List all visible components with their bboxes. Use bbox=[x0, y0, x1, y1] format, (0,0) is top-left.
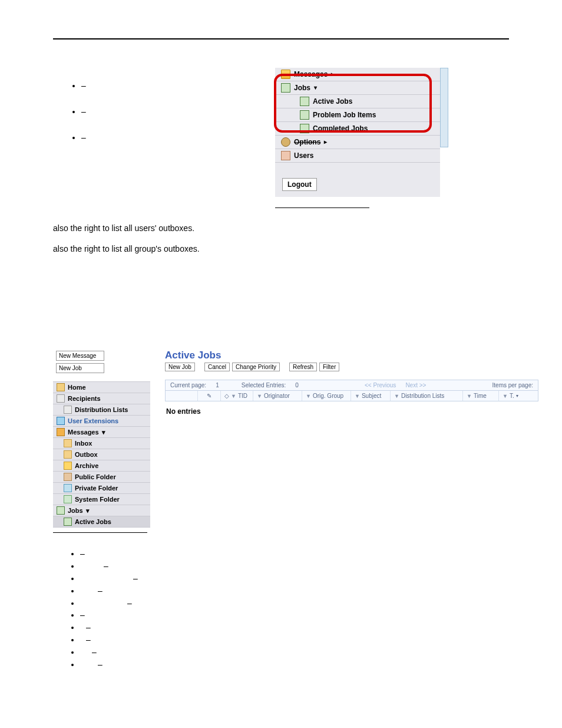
tree-completed-jobs[interactable]: Completed Jobs bbox=[275, 122, 440, 136]
menu-public-folder[interactable]: Public Folder bbox=[53, 472, 150, 483]
envelope-icon bbox=[57, 428, 65, 436]
col-distribution-lists[interactable]: ▼ Distribution Lists bbox=[390, 391, 462, 401]
toolbar-change-priority[interactable]: Change Priority bbox=[232, 363, 280, 371]
top-rule bbox=[53, 38, 509, 39]
menu-home-label: Home bbox=[68, 384, 86, 391]
toolbar-cancel[interactable]: Cancel bbox=[204, 363, 230, 371]
dash: – bbox=[80, 610, 85, 620]
grid-header: ✎ ◇ ▼ TID ▼ Originator ▼ Orig. Group bbox=[165, 391, 538, 401]
archive-icon bbox=[64, 462, 72, 470]
menu-messages-label: Messages bbox=[68, 429, 99, 436]
chevron-down-icon: ▾ bbox=[86, 507, 90, 515]
scrollbar[interactable] bbox=[440, 68, 448, 147]
chevron-down-icon: ▾ bbox=[516, 393, 518, 398]
col-orig-group[interactable]: ▼ Orig. Group bbox=[302, 391, 351, 401]
figure1-caption-rule bbox=[275, 207, 369, 208]
col-time-label: Time bbox=[474, 393, 487, 399]
toolbar-new-job[interactable]: New Job bbox=[165, 363, 195, 371]
filter-icon: ▼ bbox=[355, 393, 360, 399]
chevron-down-icon: ▾ bbox=[314, 84, 317, 91]
menu-archive-label: Archive bbox=[75, 462, 98, 469]
col-time[interactable]: ▼ Time bbox=[462, 391, 498, 401]
new-message-button[interactable]: New Message bbox=[56, 351, 104, 361]
recipients-icon bbox=[57, 394, 65, 403]
menu-user-extensions[interactable]: User Extensions bbox=[53, 416, 150, 427]
tree-jobs-label: Jobs bbox=[294, 84, 310, 92]
dash: – bbox=[98, 660, 103, 669]
menu-messages[interactable]: Messages ▾ bbox=[53, 427, 150, 438]
menu-active-jobs[interactable]: Active Jobs bbox=[53, 516, 150, 528]
dash: – bbox=[104, 561, 108, 571]
chevron-right-icon: ▸ bbox=[331, 71, 334, 77]
menu-distribution-lists[interactable]: Distribution Lists bbox=[53, 404, 150, 416]
menu-distlists-label: Distribution Lists bbox=[75, 406, 128, 413]
col-status-icon[interactable]: ✎ bbox=[197, 391, 220, 401]
filter-icon: ▼ bbox=[467, 393, 472, 399]
chevron-down-icon: ▾ bbox=[102, 429, 105, 436]
tree-completed-jobs-label: Completed Jobs bbox=[313, 124, 368, 133]
dash: – bbox=[92, 647, 97, 657]
para-groups-outboxes: also the right to list all group's outbo… bbox=[53, 243, 509, 255]
menu-private-folder-label: Private Folder bbox=[75, 485, 118, 492]
col-t-label: T. bbox=[510, 393, 514, 399]
lb-8: – bbox=[80, 634, 509, 645]
lb-6: – bbox=[80, 610, 509, 621]
menu-jobs[interactable]: Jobs ▾ bbox=[53, 505, 150, 516]
private-folder-icon bbox=[64, 484, 72, 492]
logout-button[interactable]: Logout bbox=[282, 178, 317, 191]
col-originator-label: Originator bbox=[264, 393, 290, 399]
jobs-tree-screenshot: Messages ▸ Jobs ▾ Active Jobs Problem Jo… bbox=[275, 68, 440, 197]
top-bullet-2: – bbox=[81, 107, 267, 116]
dash: – bbox=[86, 635, 91, 644]
menu-outbox-label: Outbox bbox=[75, 451, 98, 458]
menu-home[interactable]: Home bbox=[53, 382, 150, 393]
inbox-icon bbox=[64, 439, 72, 447]
lb-4: – bbox=[80, 585, 509, 597]
sort-icon: ◇ bbox=[224, 393, 229, 399]
sidebar: New Message New Job Home Recipients Dist… bbox=[53, 350, 150, 528]
col-t[interactable]: ▼ T. ▾ bbox=[498, 391, 526, 401]
arrow-icon bbox=[57, 417, 65, 425]
new-job-button[interactable]: New Job bbox=[56, 363, 104, 373]
top-bullet-1: – bbox=[81, 81, 267, 90]
tree-users[interactable]: Users bbox=[275, 149, 440, 163]
outbox-icon bbox=[64, 450, 72, 459]
toolbar-refresh[interactable]: Refresh bbox=[289, 363, 317, 371]
menu-inbox[interactable]: Inbox bbox=[53, 438, 150, 449]
dash: – bbox=[80, 549, 85, 558]
menu-inbox-label: Inbox bbox=[75, 440, 92, 447]
current-page-label: Current page: bbox=[170, 382, 206, 388]
jobs-icon bbox=[300, 124, 309, 133]
toolbar-filter[interactable]: Filter bbox=[319, 363, 339, 371]
col-subject[interactable]: ▼ Subject bbox=[351, 391, 390, 401]
dash: – bbox=[98, 586, 103, 595]
tree-problem-jobs[interactable]: Problem Job Items bbox=[275, 108, 440, 122]
tree-messages-label: Messages bbox=[294, 70, 328, 78]
selected-entries-value: 0 bbox=[295, 382, 299, 388]
tree-options[interactable]: Options ▸ bbox=[275, 136, 440, 149]
tree-jobs[interactable]: Jobs ▾ bbox=[275, 81, 440, 95]
lb-2: – bbox=[80, 561, 509, 572]
figure-active-jobs: New Message New Job Home Recipients Dist… bbox=[53, 350, 538, 528]
menu-system-folder-label: System Folder bbox=[75, 496, 120, 503]
pager-next[interactable]: Next >> bbox=[405, 382, 426, 388]
menu-outbox[interactable]: Outbox bbox=[53, 449, 150, 460]
pager-previous[interactable]: << Previous bbox=[365, 382, 396, 388]
menu-recipients-label: Recipients bbox=[68, 395, 101, 402]
tree-messages[interactable]: Messages ▸ bbox=[275, 68, 440, 81]
tree-active-jobs[interactable]: Active Jobs bbox=[275, 95, 440, 108]
menu-private-folder[interactable]: Private Folder bbox=[53, 483, 150, 494]
col-tid-label: TID bbox=[238, 393, 247, 399]
lb-5: – bbox=[80, 598, 509, 609]
menu-recipients[interactable]: Recipients bbox=[53, 393, 150, 404]
no-entries-text: No entries bbox=[166, 407, 537, 416]
col-originator[interactable]: ▼ Originator bbox=[253, 391, 302, 401]
col-checkbox[interactable] bbox=[166, 391, 197, 401]
dash: – bbox=[81, 133, 86, 142]
col-tid[interactable]: ◇ ▼ TID bbox=[220, 391, 253, 401]
lb-10: – bbox=[80, 659, 509, 670]
current-page-value: 1 bbox=[216, 382, 219, 388]
menu-active-jobs-label: Active Jobs bbox=[75, 518, 111, 525]
menu-archive[interactable]: Archive bbox=[53, 460, 150, 472]
menu-system-folder[interactable]: System Folder bbox=[53, 494, 150, 505]
